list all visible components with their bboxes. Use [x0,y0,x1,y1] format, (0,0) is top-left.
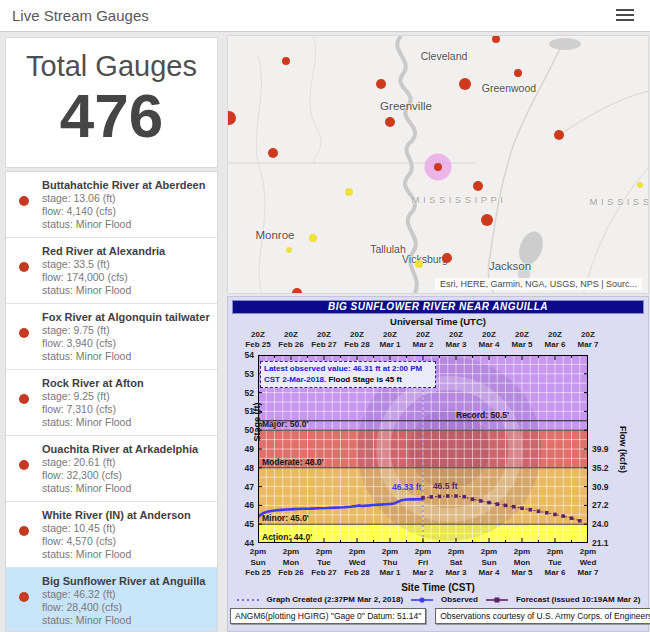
latest-observed-line2: CST 2-Mar-2018. [264,375,326,384]
gauge-status-dot [6,311,42,363]
flow-tick-label: 35.2 [592,463,609,473]
flow-axis-title: Flow (kcfs) [618,415,628,485]
flow-tick-label: 27.2 [592,500,609,510]
gauge-map-dot[interactable] [492,35,500,43]
cst-tick: 2pmWedMar 7 [568,547,608,579]
gauge-list-item[interactable]: Buttahatchie River at Aberdeenstage: 13.… [6,172,217,238]
stage-tick-label: 53 [236,369,254,379]
hydrograph-panel: BIG SUNFLOWER RIVER NEAR ANGUILLA Univer… [227,296,649,632]
legend-label: Graph Created (2:37PM Mar 2, 2018) [267,595,404,604]
gauge-name: Big Sunflower River at Anguilla [42,575,205,588]
gauge-list-item[interactable]: Ouachita River at Arkadelphiastage: 20.6… [6,436,217,502]
gauge-list-item[interactable]: White River (IN) at Andersonstage: 10.45… [6,502,217,568]
legend-label: Observed [441,595,478,604]
map-attribution: Esri, HERE, Garmin, NGA, USGS, NPS | Sou… [435,278,642,290]
gauge-map-dot[interactable] [442,253,452,263]
stage-axis-title: Stage (ft) [252,392,262,452]
gauge-flow: flow: 4,140 (cfs) [42,205,205,218]
gauge-flow: flow: 4,570 (cfs) [42,535,191,548]
gauge-map-dot[interactable] [282,57,290,65]
gauge-list[interactable]: Buttahatchie River at Aberdeenstage: 13.… [5,171,218,632]
gauge-list-item[interactable]: Fox River at Algonquin tailwaterstage: 9… [6,304,217,370]
chart-legend: Graph Created (2:37PM Mar 2, 2018)Observ… [228,595,648,604]
gauge-map-dot[interactable] [385,117,395,127]
map-panel[interactable]: ClevelandGreenwoodGreenvilleMonroeTallul… [227,35,649,294]
hamburger-menu-icon[interactable] [616,9,634,23]
utc-tick: 20ZMar 7 [568,330,608,350]
gauge-map-dot[interactable] [637,182,643,188]
hydrograph-title: BIG SUNFLOWER RIVER NEAR ANGUILLA [232,300,644,314]
stage-tick-label: 47 [236,482,254,492]
gauge-map-dot[interactable] [309,234,317,242]
gauge-map-dot[interactable] [286,247,292,253]
svg-text:Moderate: 48.0': Moderate: 48.0' [262,457,324,467]
svg-text:46.5 ft: 46.5 ft [433,481,458,491]
gauge-status-dot [6,377,42,429]
latest-observed-callout: Latest observed value: 46.31 ft at 2:00 … [260,361,436,388]
city-label: Jackson [489,260,531,272]
flow-tick-label: 39.9 [592,444,609,454]
chart-footnote-box: ANGM6(plotting HGIRG) "Gage 0" Datum: 51… [230,608,426,624]
gauge-map-dot[interactable] [434,163,442,171]
svg-text:46.33 ft: 46.33 ft [392,482,421,492]
gauge-map-dot[interactable] [376,79,386,89]
total-gauges-value: 476 [6,85,217,147]
gauge-flow: flow: 28,400 (cfs) [42,601,205,614]
gauge-flow: flow: 3,940 (cfs) [42,337,210,350]
chart-footnotes: ANGM6(plotting HGIRG) "Gage 0" Datum: 51… [230,608,650,624]
gauge-stage: stage: 9.25 (ft) [42,390,144,403]
state-label: MISSISSIPPI [590,196,650,207]
city-label: Greenville [380,100,432,112]
gauge-status-dot [6,575,42,627]
stage-tick-label: 46 [236,500,254,510]
gauge-status-dot [6,245,42,297]
gauge-status: status: Minor Flood [42,284,165,297]
gauge-name: Ouachita River at Arkadelphia [42,443,198,456]
gauge-flow: flow: 7,310 (cfs) [42,403,144,416]
gauge-name: White River (IN) at Anderson [42,509,191,522]
city-label: Vicksburg [402,253,448,265]
gauge-status-dot [6,179,42,231]
gauge-name: Fox River at Algonquin tailwater [42,311,210,324]
svg-text:Major: 50.0': Major: 50.0' [262,419,308,429]
gauge-map-dot[interactable] [459,78,471,90]
gauge-name: Buttahatchie River at Aberdeen [42,179,205,192]
gauge-stage: stage: 46.32 (ft) [42,588,205,601]
gauge-stage: stage: 20.61 (ft) [42,456,198,469]
gauge-map-dot[interactable] [415,260,423,268]
gauge-status: status: Minor Flood [42,416,144,429]
city-label: Cleveland [421,50,468,62]
chart-footnote-box: Observations courtesy of U.S. Army Corps… [435,608,650,624]
total-gauges-label: Total Gauges [6,50,217,83]
gauge-list-item[interactable]: Rock River at Aftonstage: 9.25 (ft)flow:… [6,370,217,436]
app-title: Live Stream Gauges [12,7,149,24]
gauge-map-dot[interactable] [554,130,564,140]
gauge-stage: stage: 13.06 (ft) [42,192,205,205]
stage-tick-label: 45 [236,519,254,529]
state-label: MISSISSIPPI [412,194,507,205]
flow-tick-label: 24.0 [592,519,609,529]
utc-axis-title: Universal Time (UTC) [228,316,648,327]
svg-text:Action: 44.0': Action: 44.0' [262,532,312,542]
gauge-map-dot[interactable] [514,69,522,77]
gauge-map-dot[interactable] [268,148,278,158]
app-header: Live Stream Gauges [0,0,650,32]
gauge-map-dot[interactable] [292,288,302,294]
stage-tick-label: 54 [236,350,254,360]
svg-text:Record: 50.5': Record: 50.5' [456,410,509,420]
gauge-stage: stage: 33.5 (ft) [42,258,165,271]
flood-stage-note: Flood Stage is 45 ft [326,375,402,384]
gauge-list-item[interactable]: Big Sunflower River at Anguillastage: 46… [6,568,217,632]
gauge-map-dot[interactable] [473,181,483,191]
gauge-name: Rock River at Afton [42,377,144,390]
cst-axis-title: Site Time (CST) [228,582,648,593]
legend-symbol [236,596,260,604]
gauge-flow: flow: 174,000 (cfs) [42,271,165,284]
legend-symbol [410,596,434,604]
gauge-stage: stage: 9.75 (ft) [42,324,210,337]
stage-tick-label: 48 [236,463,254,473]
gauge-map-dot[interactable] [345,188,353,196]
gauge-list-item[interactable]: Red River at Alexandriastage: 33.5 (ft)f… [6,238,217,304]
gauge-status: status: Minor Flood [42,350,210,363]
gauge-map-dot[interactable] [481,214,493,226]
